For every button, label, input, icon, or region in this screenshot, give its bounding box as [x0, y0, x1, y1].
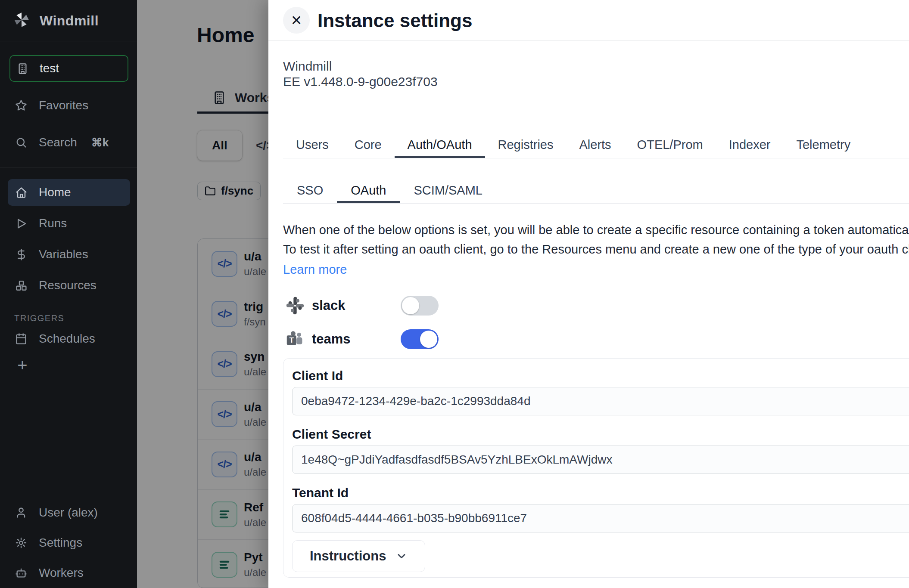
- oauth-provider-row: T teams: [283, 326, 800, 352]
- instance-settings-drawer: × Instance settings Windmill EE v1.448.0…: [268, 0, 909, 588]
- sidebar-item[interactable]: User (alex): [0, 499, 137, 526]
- sidebar: Windmill test Favorites Search ⌘k: [0, 0, 137, 588]
- provider-toggle[interactable]: [401, 329, 439, 349]
- building-icon: [17, 63, 28, 74]
- sidebar-item[interactable]: Search ⌘k: [0, 128, 137, 157]
- windmill-pinwheel-icon: [13, 11, 30, 30]
- sidebar-nav-item[interactable]: Home: [8, 179, 130, 206]
- sidebar-bottom-items: User (alex) Settings Workers: [0, 499, 137, 588]
- settings-tab[interactable]: Core: [342, 133, 395, 158]
- app-name: Windmill: [283, 59, 438, 74]
- toggle-knob: [420, 331, 437, 348]
- add-trigger-button[interactable]: +: [13, 356, 32, 374]
- oauth-fields: Client Id Client Secret Tenant Id: [292, 369, 909, 532]
- provider-name: teams: [312, 331, 351, 347]
- sidebar-nav-icon: [15, 217, 27, 229]
- sidebar-nav-icon: [15, 279, 27, 291]
- provider-name: slack: [312, 298, 346, 313]
- drawer-title: Instance settings: [318, 9, 472, 32]
- sidebar-nav-item[interactable]: Runs: [8, 210, 130, 237]
- settings-tab[interactable]: Users: [283, 133, 342, 158]
- sidebar-nav-label: Home: [39, 186, 71, 199]
- sidebar-item-icon: [15, 507, 27, 519]
- chevron-down-icon: [395, 550, 408, 562]
- windmill-logo: Windmill: [13, 11, 99, 30]
- svg-text:T: T: [289, 336, 294, 344]
- sidebar-nav-item[interactable]: Variables: [8, 241, 130, 268]
- provider-toggle[interactable]: [401, 296, 439, 316]
- sidebar-item-label: Search: [39, 136, 77, 149]
- teams-oauth-card: Client Id Client Secret Tenant Id Instru…: [283, 358, 909, 578]
- sidebar-nav-icon: [15, 248, 27, 260]
- sidebar-divider: [0, 167, 137, 167]
- close-button[interactable]: ×: [283, 7, 310, 34]
- auth-subtab[interactable]: SCIM/SAML: [400, 178, 496, 203]
- sidebar-item-label: Favorites: [39, 99, 88, 112]
- provider-icon: [285, 296, 305, 316]
- toggle-knob: [402, 297, 419, 314]
- auth-subtab[interactable]: OAuth: [337, 178, 400, 203]
- workspace-selector[interactable]: test: [9, 55, 128, 82]
- triggers-section-label: TRIGGERS: [14, 313, 64, 323]
- field-input[interactable]: [292, 446, 909, 474]
- sidebar-item-schedules[interactable]: Schedules: [0, 325, 137, 352]
- oauth-provider-row: slack: [283, 293, 800, 319]
- brand-label: Windmill: [40, 13, 99, 29]
- instructions-label: Instructions: [310, 548, 386, 564]
- sidebar-item-label: Settings: [39, 536, 82, 550]
- header-divider: [268, 40, 909, 41]
- field-label: Tenant Id: [292, 486, 909, 500]
- page: Windmill test Favorites Search ⌘k: [0, 0, 909, 588]
- auth-subtabs: SSOOAuthSCIM/SAML: [283, 178, 909, 204]
- sidebar-item-icon: [15, 537, 27, 549]
- field-label: Client Secret: [292, 427, 909, 441]
- learn-more-link[interactable]: Learn more: [283, 263, 347, 277]
- sidebar-nav-label: Resources: [39, 279, 97, 292]
- sidebar-item-label: User (alex): [39, 506, 98, 520]
- settings-tab[interactable]: Telemetry: [783, 133, 863, 158]
- provider-icon: T: [285, 329, 305, 349]
- settings-tab[interactable]: Registries: [485, 133, 567, 158]
- sidebar-item[interactable]: Workers: [0, 560, 137, 586]
- app-version: EE v1.448.0-9-g00e23f703: [283, 74, 438, 90]
- field-input[interactable]: [292, 504, 909, 532]
- sidebar-top-items: Favorites Search ⌘k: [0, 91, 137, 165]
- sidebar-item[interactable]: Settings: [0, 529, 137, 556]
- settings-tabs: UsersCoreAuth/OAuthRegistriesAlertsOTEL/…: [283, 133, 909, 158]
- sidebar-divider: [0, 41, 137, 41]
- field-group: Client Secret: [292, 427, 909, 474]
- instructions-button[interactable]: Instructions: [292, 540, 425, 572]
- description-line-1: When one of the below options is set, yo…: [283, 223, 909, 237]
- sidebar-item[interactable]: Favorites: [0, 91, 137, 120]
- field-input[interactable]: [292, 387, 909, 415]
- oauth-providers: slack T teams: [283, 293, 800, 360]
- description-line-2: To test it after setting an oauth client…: [283, 242, 909, 257]
- sidebar-item-label: Workers: [39, 566, 84, 580]
- sidebar-item-icon: [15, 567, 27, 579]
- sidebar-nav-item[interactable]: Resources: [8, 272, 130, 299]
- workspace-name: test: [40, 62, 59, 75]
- sidebar-item-icon: [15, 136, 27, 149]
- field-group: Client Id: [292, 369, 909, 415]
- keyboard-shortcut: ⌘k: [91, 136, 109, 149]
- sidebar-nav: Home Runs Variables Resources: [0, 179, 137, 303]
- field-label: Client Id: [292, 369, 909, 383]
- settings-tab[interactable]: Auth/OAuth: [395, 133, 485, 158]
- settings-tab[interactable]: Indexer: [716, 133, 784, 158]
- sidebar-item-label: Schedules: [39, 332, 95, 346]
- field-group: Tenant Id: [292, 486, 909, 532]
- calendar-icon: [15, 333, 27, 345]
- settings-tab[interactable]: Alerts: [566, 133, 624, 158]
- auth-subtab[interactable]: SSO: [283, 178, 337, 203]
- sidebar-nav-label: Variables: [39, 248, 88, 261]
- sidebar-nav-icon: [15, 186, 27, 198]
- settings-tab[interactable]: OTEL/Prom: [624, 133, 716, 158]
- sidebar-item-icon: [15, 99, 27, 111]
- sidebar-nav-label: Runs: [39, 217, 67, 230]
- version-block: Windmill EE v1.448.0-9-g00e23f703: [283, 59, 438, 90]
